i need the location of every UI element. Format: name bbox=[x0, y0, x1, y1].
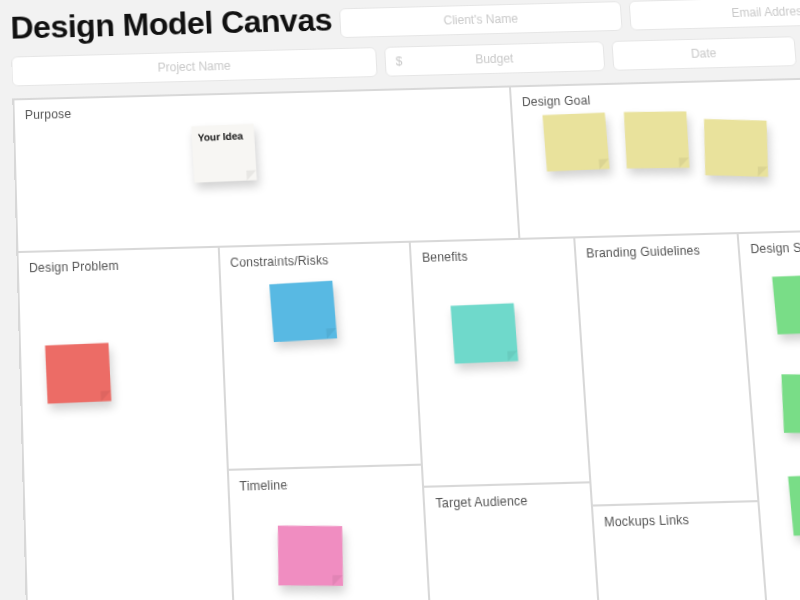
sticky-benefit-1[interactable] bbox=[451, 303, 519, 364]
canvas-stage: Design Model Canvas Client's Name Email … bbox=[10, 0, 800, 600]
label-constraints: Constraints/Risks bbox=[230, 251, 400, 270]
budget-field[interactable]: $ Budget bbox=[384, 41, 605, 77]
label-purpose: Purpose bbox=[25, 96, 500, 122]
budget-placeholder: Budget bbox=[475, 51, 514, 66]
sticky-goal-3[interactable] bbox=[704, 119, 768, 177]
label-target-audience: Target Audience bbox=[435, 493, 580, 512]
sticky-goal-2[interactable] bbox=[624, 111, 690, 168]
cell-mockups[interactable]: Mockups Links bbox=[592, 501, 770, 600]
cell-timeline[interactable]: Timeline bbox=[227, 464, 432, 600]
label-benefits: Benefits bbox=[422, 247, 565, 265]
sticky-goal-1[interactable] bbox=[542, 113, 609, 172]
label-timeline: Timeline bbox=[239, 474, 412, 493]
project-name-field[interactable]: Project Name bbox=[11, 47, 377, 86]
sticky-problem-1[interactable] bbox=[45, 342, 111, 403]
page-title: Design Model Canvas bbox=[10, 2, 333, 47]
cell-target-audience[interactable]: Target Audience bbox=[423, 483, 601, 600]
label-branding: Branding Guidelines bbox=[586, 242, 729, 260]
date-field[interactable]: Date bbox=[611, 36, 796, 71]
sticky-solution-2[interactable] bbox=[782, 374, 800, 433]
email-placeholder: Email Address bbox=[731, 4, 800, 20]
sticky-solution-1[interactable] bbox=[772, 274, 800, 334]
label-design-goal: Design Goal bbox=[521, 85, 800, 109]
cell-design-problem[interactable]: Design Problem bbox=[17, 246, 234, 600]
cell-benefits[interactable]: Benefits bbox=[410, 237, 590, 487]
cell-branding[interactable]: Branding Guidelines bbox=[574, 233, 759, 506]
canvas-grid: Purpose Your Idea Design Goal Design Pro… bbox=[12, 75, 800, 600]
project-name-placeholder: Project Name bbox=[157, 59, 231, 75]
sticky-your-idea-text: Your Idea bbox=[191, 124, 255, 150]
budget-prefix: $ bbox=[395, 54, 402, 68]
client-name-placeholder: Client's Name bbox=[443, 12, 518, 28]
label-design-solution: Design Solution bbox=[750, 237, 800, 256]
client-name-field[interactable]: Client's Name bbox=[339, 1, 622, 38]
sticky-solution-3[interactable] bbox=[788, 473, 800, 535]
sticky-constraint-1[interactable] bbox=[269, 280, 337, 342]
cell-constraints[interactable]: Constraints/Risks bbox=[218, 241, 422, 469]
sticky-timeline-1[interactable] bbox=[277, 525, 342, 585]
date-placeholder: Date bbox=[690, 46, 716, 61]
sticky-your-idea[interactable]: Your Idea bbox=[191, 124, 257, 183]
email-field[interactable]: Email Address bbox=[628, 0, 800, 31]
label-design-problem: Design Problem bbox=[29, 256, 208, 275]
label-mockups: Mockups Links bbox=[604, 511, 750, 530]
cell-purpose[interactable]: Purpose Your Idea bbox=[13, 86, 519, 251]
cell-design-goal[interactable]: Design Goal bbox=[510, 76, 800, 239]
